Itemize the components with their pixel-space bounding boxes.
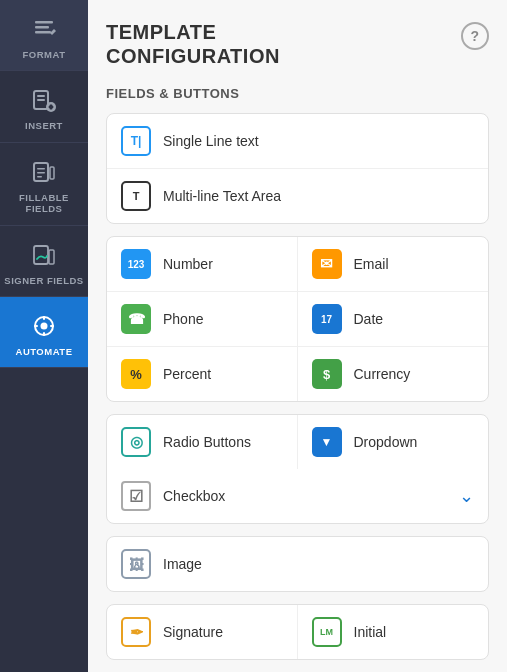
- multi-line-label: Multi-line Text Area: [163, 188, 281, 204]
- page-title-container: TEMPLATE CONFIGURATION ?: [106, 20, 489, 68]
- initial-field[interactable]: LM Initial: [298, 605, 489, 659]
- radio-buttons-icon: ◎: [121, 427, 151, 457]
- svg-rect-13: [50, 167, 54, 179]
- svg-rect-21: [50, 325, 54, 327]
- text-fields-group: T| Single Line text T Multi-line Text Ar…: [106, 113, 489, 224]
- initial-label: Initial: [354, 624, 387, 640]
- single-line-icon: T|: [121, 126, 151, 156]
- data-fields-grid: 123 Number ✉ Email ☎ Phone 17 Date % Per…: [107, 237, 488, 401]
- sidebar-item-fillable-fields[interactable]: FILLABLE FIELDS: [0, 143, 88, 226]
- svg-rect-18: [43, 316, 45, 320]
- svg-rect-0: [35, 21, 53, 24]
- date-label: Date: [354, 311, 384, 327]
- checkbox-label: Checkbox: [163, 488, 225, 504]
- sidebar-item-format[interactable]: FORMAT: [0, 0, 88, 71]
- svg-rect-1: [35, 26, 49, 29]
- currency-label: Currency: [354, 366, 411, 382]
- signer-fields-icon: [29, 240, 59, 270]
- sidebar-item-insert-label: INSERT: [25, 120, 63, 131]
- automate-icon: [29, 311, 59, 341]
- input-controls-group: ◎ Radio Buttons ▼ Dropdown ☑ Checkbox ⌄: [106, 414, 489, 524]
- sidebar-item-automate-label: AUTOMATE: [16, 346, 73, 357]
- multi-line-icon: T: [121, 181, 151, 211]
- svg-point-17: [41, 322, 48, 329]
- date-icon: 17: [312, 304, 342, 334]
- page-title: TEMPLATE CONFIGURATION: [106, 20, 280, 68]
- checkbox-field-left: ☑ Checkbox: [121, 481, 225, 511]
- phone-label: Phone: [163, 311, 203, 327]
- date-field[interactable]: 17 Date: [298, 292, 489, 347]
- fillable-fields-icon: [29, 157, 59, 187]
- currency-field[interactable]: $ Currency: [298, 347, 489, 401]
- dropdown-label: Dropdown: [354, 434, 418, 450]
- single-line-field[interactable]: T| Single Line text: [107, 114, 488, 169]
- data-fields-group: 123 Number ✉ Email ☎ Phone 17 Date % Per…: [106, 236, 489, 402]
- svg-rect-4: [37, 95, 45, 97]
- section-title-fields-buttons: FIELDS & BUTTONS: [106, 86, 489, 101]
- sidebar-item-fillable-fields-label: FILLABLE FIELDS: [0, 192, 88, 215]
- number-field[interactable]: 123 Number: [107, 237, 298, 292]
- help-button[interactable]: ?: [461, 22, 489, 50]
- number-icon: 123: [121, 249, 151, 279]
- initial-icon: LM: [312, 617, 342, 647]
- svg-rect-14: [34, 246, 48, 264]
- number-label: Number: [163, 256, 213, 272]
- percent-field[interactable]: % Percent: [107, 347, 298, 401]
- checkbox-field[interactable]: ☑ Checkbox ⌄: [107, 469, 488, 523]
- checkbox-chevron-icon: ⌄: [459, 485, 474, 507]
- sidebar-item-format-label: FORMAT: [23, 49, 66, 60]
- multi-line-field[interactable]: T Multi-line Text Area: [107, 169, 488, 223]
- svg-rect-11: [37, 172, 45, 174]
- insert-icon: [29, 85, 59, 115]
- svg-rect-12: [37, 176, 42, 178]
- radio-buttons-label: Radio Buttons: [163, 434, 251, 450]
- dropdown-icon: ▼: [312, 427, 342, 457]
- svg-rect-10: [37, 168, 45, 170]
- phone-field[interactable]: ☎ Phone: [107, 292, 298, 347]
- signature-field[interactable]: ✒ Signature: [107, 605, 298, 659]
- format-icon: [29, 14, 59, 44]
- sidebar: FORMAT INSERT FILLABLE FIELDS: [0, 0, 88, 672]
- radio-buttons-field[interactable]: ◎ Radio Buttons: [107, 415, 298, 469]
- sidebar-item-insert[interactable]: INSERT: [0, 71, 88, 142]
- single-line-label: Single Line text: [163, 133, 259, 149]
- svg-rect-19: [43, 332, 45, 336]
- phone-icon: ☎: [121, 304, 151, 334]
- sign-grid: ✒ Signature LM Initial: [107, 605, 488, 659]
- svg-rect-8: [49, 106, 54, 108]
- percent-label: Percent: [163, 366, 211, 382]
- image-label: Image: [163, 556, 202, 572]
- main-panel: TEMPLATE CONFIGURATION ? FIELDS & BUTTON…: [88, 0, 507, 672]
- svg-rect-15: [49, 250, 54, 264]
- currency-icon: $: [312, 359, 342, 389]
- svg-rect-2: [35, 31, 51, 34]
- dropdown-field[interactable]: ▼ Dropdown: [298, 415, 489, 469]
- media-group: 🖼 Image: [106, 536, 489, 592]
- image-field[interactable]: 🖼 Image: [107, 537, 488, 591]
- sidebar-item-signer-fields-label: SIGNER FIELDS: [4, 275, 83, 286]
- svg-rect-20: [34, 325, 38, 327]
- sign-group: ✒ Signature LM Initial: [106, 604, 489, 660]
- email-field[interactable]: ✉ Email: [298, 237, 489, 292]
- image-icon: 🖼: [121, 549, 151, 579]
- signature-icon: ✒: [121, 617, 151, 647]
- signature-label: Signature: [163, 624, 223, 640]
- checkbox-icon: ☑: [121, 481, 151, 511]
- percent-icon: %: [121, 359, 151, 389]
- email-icon: ✉: [312, 249, 342, 279]
- svg-rect-5: [37, 99, 45, 101]
- radio-dropdown-grid: ◎ Radio Buttons ▼ Dropdown: [107, 415, 488, 469]
- email-label: Email: [354, 256, 389, 272]
- sidebar-item-automate[interactable]: AUTOMATE: [0, 297, 88, 368]
- sidebar-item-signer-fields[interactable]: SIGNER FIELDS: [0, 226, 88, 297]
